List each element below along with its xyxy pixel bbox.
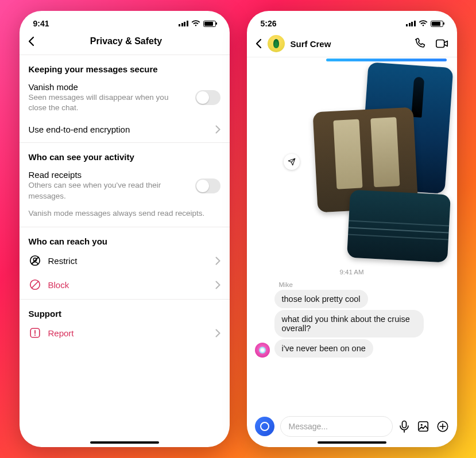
plus-circle-icon — [436, 420, 449, 433]
report-label: Report — [48, 328, 208, 338]
message-bubble[interactable]: what did you think about the cruise over… — [274, 310, 424, 337]
vanish-mode-row[interactable]: Vanish mode Seen messages will disappear… — [20, 76, 230, 119]
read-receipts-label: Read receipts — [29, 170, 188, 180]
svg-rect-9 — [402, 421, 406, 428]
chevron-left-icon — [255, 38, 262, 49]
wifi-icon — [191, 20, 200, 27]
status-icons — [406, 20, 443, 27]
message-bubble[interactable]: those look pretty cool — [274, 290, 368, 308]
svg-rect-8 — [436, 40, 444, 48]
chat-avatar[interactable] — [268, 35, 285, 52]
section-secure-title: Keeping your messages secure — [20, 56, 230, 76]
signal-icon — [406, 21, 416, 26]
share-button[interactable] — [284, 154, 300, 170]
send-icon — [288, 158, 296, 166]
wifi-icon — [419, 20, 428, 27]
chat-header: Surf Crew — [247, 32, 457, 57]
status-icons — [179, 20, 216, 27]
sender-avatar[interactable] — [255, 343, 270, 358]
message-input[interactable]: Message... — [280, 416, 393, 437]
audio-message[interactable] — [326, 59, 447, 61]
restrict-label: Restrict — [48, 256, 208, 266]
image-icon — [417, 420, 429, 433]
section-activity-title: Who can see your activity — [20, 144, 230, 164]
section-support-title: Support — [20, 301, 230, 321]
chat-title[interactable]: Surf Crew — [291, 39, 408, 49]
video-icon — [435, 37, 449, 50]
svg-line-4 — [32, 282, 38, 288]
chevron-right-icon — [215, 281, 220, 289]
photo-collage[interactable] — [282, 65, 449, 263]
restrict-icon — [29, 254, 41, 267]
read-receipts-row[interactable]: Read receipts Others can see when you've… — [20, 164, 230, 207]
read-receipts-toggle[interactable] — [195, 178, 220, 193]
report-row[interactable]: Report — [20, 321, 230, 345]
home-indicator — [90, 441, 159, 444]
divider — [20, 142, 230, 143]
timestamp: 9:41 AM — [255, 269, 449, 275]
phone-icon — [413, 37, 426, 50]
chevron-right-icon — [215, 329, 220, 337]
message-row: those look pretty cool — [255, 290, 449, 308]
block-row[interactable]: Block — [20, 273, 230, 297]
e2ee-label: Use end-to-end encryption — [29, 125, 208, 134]
battery-icon — [431, 21, 443, 27]
block-icon — [29, 278, 41, 291]
vanish-mode-toggle[interactable] — [195, 90, 220, 105]
gallery-button[interactable] — [417, 420, 429, 433]
signal-icon — [179, 21, 188, 26]
add-button[interactable] — [436, 420, 449, 433]
divider — [20, 55, 230, 55]
e2ee-row[interactable]: Use end-to-end encryption — [20, 119, 230, 140]
status-time: 9:41 — [33, 19, 49, 28]
placeholder-text: Message... — [289, 422, 328, 431]
svg-rect-10 — [418, 422, 428, 432]
page-title: Privacy & Safety — [31, 36, 222, 46]
audio-call-button[interactable] — [413, 37, 426, 50]
read-receipts-note: Vanish mode messages always send read re… — [20, 207, 230, 224]
chevron-right-icon — [215, 257, 220, 265]
message-bubble[interactable]: i've never been on one — [274, 339, 373, 358]
message-row: what did you think about the cruise over… — [255, 310, 449, 337]
microphone-icon — [398, 420, 410, 433]
status-time: 5:26 — [261, 19, 277, 28]
chevron-right-icon — [215, 125, 220, 134]
phone-privacy-settings: 9:41 Privacy & Safety Keeping your messa… — [20, 11, 230, 447]
sender-name: Mike — [279, 281, 449, 288]
svg-point-11 — [420, 424, 422, 426]
report-icon — [29, 327, 41, 339]
vanish-mode-label: Vanish mode — [29, 82, 188, 92]
video-call-button[interactable] — [435, 37, 449, 50]
vanish-mode-desc: Seen messages will disappear when you cl… — [29, 92, 188, 113]
divider — [20, 299, 230, 300]
photo-3[interactable] — [347, 190, 451, 263]
phone-chat: 5:26 Surf Crew — [247, 11, 457, 447]
restrict-row[interactable]: Restrict — [20, 249, 230, 273]
chat-body[interactable]: 9:41 AM Mike those look pretty cool what… — [247, 57, 457, 412]
block-label: Block — [48, 280, 208, 290]
nav-header: Privacy & Safety — [20, 32, 230, 52]
section-reach-title: Who can reach you — [20, 228, 230, 249]
status-bar: 9:41 — [20, 11, 230, 32]
camera-button[interactable] — [255, 417, 274, 436]
voice-button[interactable] — [398, 420, 410, 433]
home-indicator — [318, 441, 386, 444]
camera-icon — [260, 422, 269, 431]
svg-point-7 — [34, 335, 35, 336]
battery-icon — [203, 21, 216, 27]
divider — [20, 227, 230, 227]
back-button[interactable] — [255, 38, 262, 49]
read-receipts-desc: Others can see when you've read their me… — [29, 180, 188, 201]
status-bar: 5:26 — [247, 11, 457, 32]
message-row: i've never been on one — [255, 339, 449, 358]
